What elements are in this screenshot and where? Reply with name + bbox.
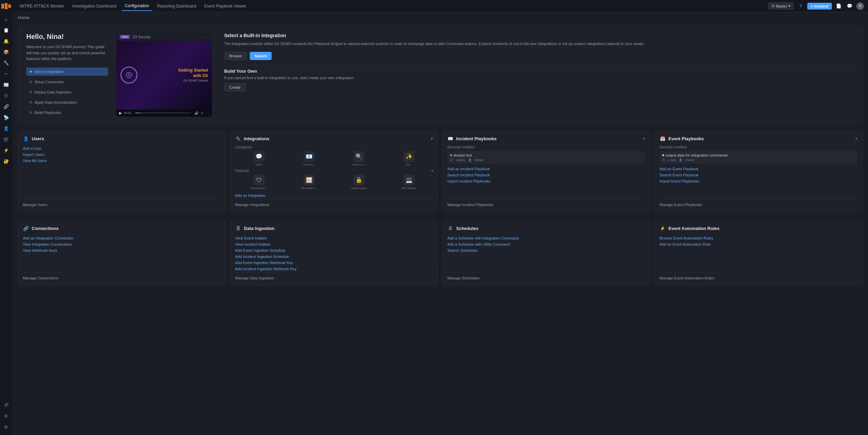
step-select-integration[interactable]: Select Integration — [26, 68, 108, 76]
help-icon[interactable]: ? — [796, 2, 805, 10]
add-integration-connection-link[interactable]: Add an Integration Connection — [23, 235, 221, 241]
volume-icon[interactable]: 🔊 — [194, 111, 199, 115]
add-incident-ingestion-schedule-link[interactable]: Add Incident Ingestion Schedule — [235, 253, 433, 260]
schedules-card-header: 🗓 Schedules — [447, 226, 645, 232]
integration-item-ibm[interactable]: 💻 IBM QRadar — [385, 175, 433, 190]
sidebar-automation[interactable]: ⚡ — [1, 145, 11, 155]
add-incident-ingestion-webhook-link[interactable]: Add Incident Ingestion Webhook Key — [235, 266, 433, 272]
search-button[interactable]: Search — [250, 52, 272, 60]
manage-integrations-link[interactable]: Manage Integrations — [235, 203, 269, 207]
sidebar-home[interactable]: ⌂ — [1, 14, 11, 24]
sidebar-security[interactable]: 🔐 — [1, 156, 11, 166]
manage-incident-playbooks-link[interactable]: Manage Incident Playbooks — [447, 203, 493, 207]
banner-steps: Select Integration Setup Connection Depl… — [26, 68, 108, 117]
nav-configuration[interactable]: Configuration — [121, 1, 152, 11]
view-integration-connections-link[interactable]: View Integration Connections — [23, 241, 221, 247]
add-event-playbook-link[interactable]: Add an Event Playbook — [660, 166, 857, 172]
view-all-users-link[interactable]: View All Users — [23, 158, 221, 164]
integrations-expand-icon[interactable]: ▾ — [431, 136, 433, 141]
sidebar-connections[interactable]: 🔗 — [1, 102, 11, 111]
add-integration-link[interactable]: Add an Integration — [235, 192, 433, 199]
featured-expand-icon[interactable]: ▾ — [431, 169, 433, 173]
step-deploy-ingestion[interactable]: Deploy Data Ingestion — [26, 88, 108, 96]
event-automation-card-title: Event Automation Rules — [668, 226, 720, 231]
integration-item-ms365[interactable]: 🪟 Microsoft 3... — [285, 175, 333, 190]
import-users-link[interactable]: Import Users — [23, 151, 221, 158]
video-progress-fill — [135, 113, 141, 113]
master-button[interactable]: ⊙ Master ▾ — [768, 2, 794, 10]
sidebar-users[interactable]: 👤 — [1, 124, 11, 133]
data-ingestion-card-footer: Manage Data Ingestion — [235, 272, 433, 280]
event-recent-item[interactable]: output data for integration commands ☰ 1… — [660, 151, 857, 164]
sidebar-list[interactable]: ☰ — [1, 91, 11, 100]
settings-icon[interactable]: ⚙ — [201, 111, 204, 115]
add-schedule-integration-link[interactable]: Add a Schedule with Integration Command — [447, 235, 645, 241]
avatar[interactable]: N — [856, 2, 864, 10]
sidebar: ⌂ 📋 🔔 📦 🔧 ✂ 📰 ☰ 🔗 📡 👤 🛒 ⚡ 🔐 🗗 ⚙ ⚙ — [0, 0, 12, 435]
search-event-playbook-link[interactable]: Search Event Playbook — [660, 172, 857, 178]
sidebar-expand[interactable]: 🗗 — [1, 400, 11, 410]
video-menu-icon[interactable]: ⋯ — [205, 35, 208, 39]
import-event-playbooks-link[interactable]: Import Event Playbooks — [660, 178, 857, 184]
sidebar-alerts[interactable]: 🔔 — [1, 36, 11, 46]
create-button[interactable]: Create — [224, 83, 246, 91]
incident-recent-item[interactable]: docbot test ☰ 4 tasks 👤 Owner — [447, 151, 645, 164]
sidebar-settings2[interactable]: ⚙ — [1, 422, 11, 432]
sidebar-cases[interactable]: 📦 — [1, 47, 11, 57]
master-icon: ⊙ — [771, 4, 775, 8]
stellar-label: Stellar Cyber — [351, 187, 367, 190]
search-incident-playbook-link[interactable]: Search Incident Playbook — [447, 172, 645, 178]
fullscreen-icon[interactable]: ⛶ — [206, 111, 209, 115]
sidebar-incidents[interactable]: 📋 — [1, 25, 11, 35]
chevron-down-icon: ▾ — [789, 4, 791, 8]
play-button[interactable]: ▶ — [119, 111, 122, 115]
schedules-card-title: Schedules — [456, 226, 478, 231]
app-logo — [1, 3, 11, 10]
sidebar-cart[interactable]: 🛒 — [1, 134, 11, 144]
sidebar-settings1[interactable]: ⚙ — [1, 411, 11, 421]
view-event-intakes-link[interactable]: View Event Intakes — [235, 235, 433, 241]
incident-button[interactable]: + Incident — [807, 3, 832, 10]
add-event-ingestion-webhook-link[interactable]: Add Event Ingestion Webhook Key — [235, 260, 433, 266]
view-webhook-keys-link[interactable]: View Webhook Keys — [23, 247, 221, 253]
add-event-ingestion-schedule-link[interactable]: Add Event Ingestion Schedule — [235, 247, 433, 253]
manage-event-playbooks-link[interactable]: Manage Event Playbooks — [660, 203, 702, 207]
add-event-automation-link[interactable]: Add an Event Automation Rule — [660, 241, 857, 247]
search-schedules-link[interactable]: Search Schedules — [447, 247, 645, 253]
event-playbooks-card-header: 📅 Event Playbooks ▾ — [660, 136, 857, 142]
manage-connections-link[interactable]: Manage Connections — [23, 276, 58, 280]
browse-button[interactable]: Browse — [224, 52, 247, 60]
document-icon[interactable]: 📄 — [835, 2, 843, 10]
nav-reporting[interactable]: Reporting Dashboard — [154, 2, 200, 11]
import-incident-playbooks-link[interactable]: Import Incident Playbooks — [447, 178, 645, 184]
manage-users-link[interactable]: Manage Users — [23, 203, 47, 207]
step-build-playbooks[interactable]: Build Playbooks — [26, 108, 108, 117]
integration-item-wir[interactable]: ✨ Wir... — [385, 151, 433, 166]
step-apply-normalization[interactable]: Apply Data Normalization — [26, 98, 108, 106]
step-setup-connection[interactable]: Setup Connection — [26, 78, 108, 86]
sidebar-broadcast[interactable]: 📡 — [1, 113, 11, 122]
message-icon[interactable]: 💬 — [845, 2, 854, 10]
video-progress-bar[interactable] — [135, 113, 191, 113]
sidebar-scissors[interactable]: ✂ — [1, 69, 11, 78]
add-schedule-utility-link[interactable]: Add a Schedule with Utility Command — [447, 241, 645, 247]
integration-item-stellar[interactable]: 🔒 Stellar Cyber — [335, 175, 383, 190]
manage-event-automation-link[interactable]: Manage Event Automation Rules — [660, 276, 714, 280]
manage-schedules-link[interactable]: Manage Schedules — [447, 276, 479, 280]
event-expand-icon[interactable]: ▾ — [855, 136, 857, 141]
sidebar-tools[interactable]: 🔧 — [1, 58, 11, 68]
integration-item-sumo[interactable]: 🔍 Sumo Lo... — [335, 151, 383, 166]
manage-data-ingestion-link[interactable]: Manage Data Ingestion — [235, 276, 274, 280]
integration-item-trellir[interactable]: 📧 Trellir Id... — [285, 151, 333, 166]
nav-mitre[interactable]: MITRE ATT&CK Monitor — [16, 2, 68, 11]
nav-playbook-viewer[interactable]: Event Playbook Viewer — [201, 2, 250, 11]
add-user-link[interactable]: Add a User — [23, 145, 221, 151]
browse-event-automation-link[interactable]: Browse Event Automation Rules — [660, 235, 857, 241]
view-incident-intakes-link[interactable]: View Incident Intakes — [235, 241, 433, 247]
sidebar-reports[interactable]: 📰 — [1, 80, 11, 89]
add-incident-playbook-link[interactable]: Add an Incident Playbook — [447, 166, 645, 172]
integration-item-ms-security[interactable]: 🛡 Microsoft S... — [235, 175, 283, 190]
nav-investigation[interactable]: Investigation Dashboard — [69, 2, 120, 11]
integration-item-slack[interactable]: 💬 Slack — [235, 151, 283, 166]
incident-expand-icon[interactable]: ▾ — [643, 136, 645, 141]
